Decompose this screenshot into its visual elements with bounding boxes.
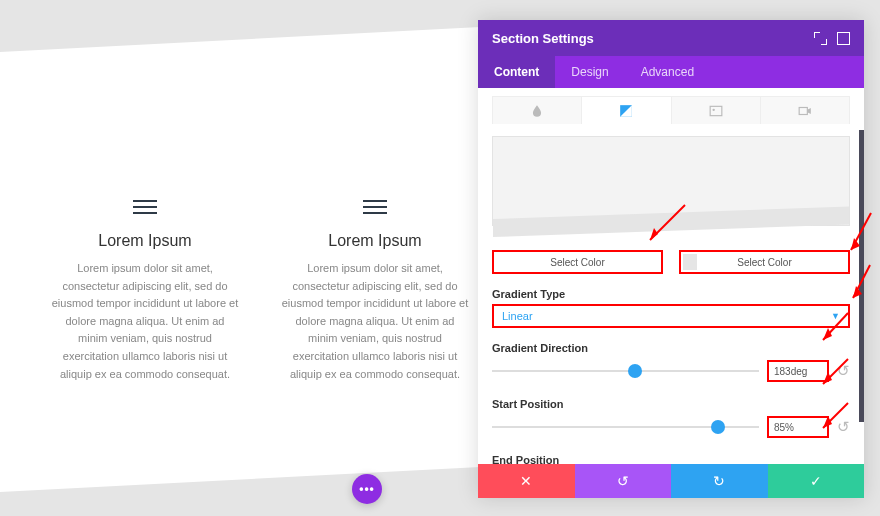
color-swatch [683, 254, 697, 270]
tab-design[interactable]: Design [555, 56, 624, 88]
start-position-label: Start Position [492, 398, 850, 410]
panel-title: Section Settings [492, 31, 594, 46]
end-position-label: End Position [492, 454, 850, 464]
column-body: Lorem ipsum dolor sit amet, consectetur … [280, 260, 470, 383]
content-columns: Lorem Ipsum Lorem ipsum dolor sit amet, … [50, 190, 470, 383]
gradient-type-select[interactable]: Linear ▼ [492, 304, 850, 328]
panel-body: Select Color Select Color Gradient Type … [478, 88, 864, 464]
video-icon [798, 104, 812, 118]
panel-footer: ✕ ↺ ↻ ✓ [478, 464, 864, 498]
gradient-direction-slider[interactable] [492, 370, 759, 372]
select-color-label: Select Color [737, 257, 791, 268]
hamburger-icon [133, 200, 157, 214]
droplet-icon [530, 104, 544, 118]
panel-header: Section Settings [478, 20, 864, 56]
select-color-label: Select Color [550, 257, 604, 268]
save-button[interactable]: ✓ [768, 464, 865, 498]
subtab-color[interactable] [493, 97, 582, 124]
background-preview [492, 136, 850, 226]
gradient-direction-label: Gradient Direction [492, 342, 850, 354]
start-position-slider[interactable] [492, 426, 759, 428]
image-icon [709, 104, 723, 118]
panel-tabs: Content Design Advanced [478, 56, 864, 88]
chevron-down-icon: ▼ [831, 311, 840, 321]
hamburger-icon [363, 200, 387, 214]
subtab-image[interactable] [672, 97, 761, 124]
redo-button[interactable]: ↻ [671, 464, 768, 498]
section-settings-panel: Section Settings Content Design Advanced [478, 20, 864, 498]
content-column-1: Lorem Ipsum Lorem ipsum dolor sit amet, … [50, 190, 240, 383]
undo-button[interactable]: ↺ [575, 464, 672, 498]
gradient-direction-input[interactable]: 183deg [767, 360, 829, 382]
subtab-gradient[interactable] [582, 97, 671, 124]
tab-content[interactable]: Content [478, 56, 555, 88]
gradient-type-label: Gradient Type [492, 288, 850, 300]
content-column-2: Lorem Ipsum Lorem ipsum dolor sit amet, … [280, 190, 470, 383]
svg-rect-3 [799, 107, 807, 114]
svg-point-2 [712, 108, 714, 110]
select-color-start-button[interactable]: Select Color [492, 250, 663, 274]
gradient-type-value: Linear [502, 310, 533, 322]
select-color-end-button[interactable]: Select Color [679, 250, 850, 274]
gradient-icon [619, 104, 633, 118]
column-heading: Lorem Ipsum [50, 232, 240, 250]
column-heading: Lorem Ipsum [280, 232, 470, 250]
snap-icon[interactable] [837, 32, 850, 45]
cancel-button[interactable]: ✕ [478, 464, 575, 498]
background-subtabs [492, 96, 850, 124]
subtab-video[interactable] [761, 97, 849, 124]
panel-scrollbar[interactable] [859, 130, 864, 422]
svg-rect-1 [710, 106, 722, 115]
tab-advanced[interactable]: Advanced [625, 56, 710, 88]
column-body: Lorem ipsum dolor sit amet, consectetur … [50, 260, 240, 383]
start-position-input[interactable]: 85% [767, 416, 829, 438]
reset-icon[interactable]: ↺ [837, 418, 850, 436]
expand-icon[interactable] [814, 32, 827, 45]
reset-icon[interactable]: ↺ [837, 362, 850, 380]
page-actions-fab[interactable]: ••• [352, 474, 382, 504]
